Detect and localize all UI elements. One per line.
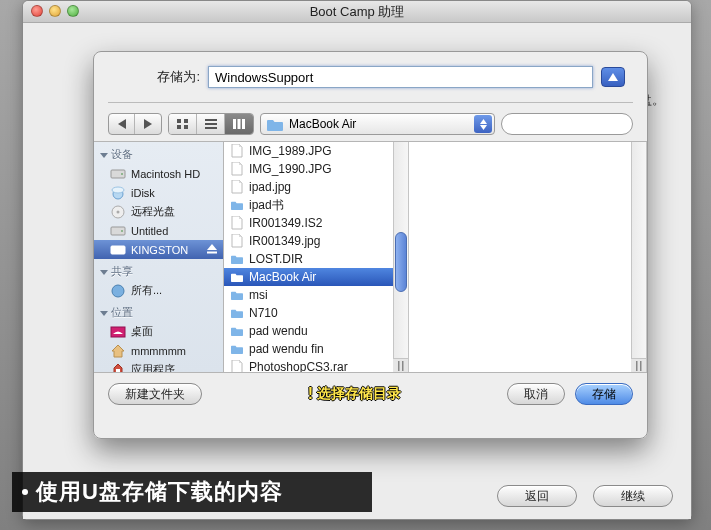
file-row[interactable]: pad wendu fin — [224, 340, 408, 358]
svg-rect-9 — [242, 119, 245, 129]
file-row[interactable]: PhotoshopCS3.rar — [224, 358, 408, 372]
sidebar-item-label: 所有... — [131, 283, 162, 298]
sidebar-item[interactable]: KINGSTON — [94, 240, 223, 259]
file-row[interactable]: IMG_1990.JPG — [224, 160, 408, 178]
browser-column-1: IMG_1989.JPGIMG_1990.JPGipad.jpgipad书IR0… — [224, 142, 409, 372]
column-view-icon — [232, 118, 246, 130]
column-resize-handle[interactable] — [393, 358, 408, 372]
file-row[interactable]: ipad.jpg — [224, 178, 408, 196]
sidebar-item[interactable]: 所有... — [94, 281, 223, 300]
sidebar-item[interactable]: 远程光盘 — [94, 202, 223, 221]
sidebar-item[interactable]: 桌面 — [94, 322, 223, 341]
file-icon — [230, 360, 244, 372]
svg-rect-21 — [207, 251, 217, 253]
sidebar-section-places[interactable]: 位置 — [94, 300, 223, 322]
disclosure-down-icon — [100, 309, 108, 317]
file-icon — [230, 180, 244, 194]
nav-back-button[interactable] — [109, 114, 135, 134]
file-row[interactable]: LOST.DIR — [224, 250, 408, 268]
close-window-button[interactable] — [31, 5, 43, 17]
file-row[interactable]: IR001349.jpg — [224, 232, 408, 250]
file-row-label: IR001349.IS2 — [249, 216, 322, 230]
sidebar-item-label: 桌面 — [131, 324, 153, 339]
disclosure-down-icon — [100, 151, 108, 159]
sidebar-section-devices[interactable]: 设备 — [94, 142, 223, 164]
folder-icon — [230, 198, 244, 212]
sidebar-item[interactable]: mmmmmm — [94, 341, 223, 360]
file-icon — [230, 216, 244, 230]
folder-icon — [230, 252, 244, 266]
svg-rect-8 — [238, 119, 241, 129]
svg-rect-1 — [184, 119, 188, 123]
sidebar-section-shared[interactable]: 共享 — [94, 259, 223, 281]
eject-icon[interactable] — [207, 244, 217, 256]
view-mode-segment — [168, 113, 254, 135]
sidebar-item-label: KINGSTON — [131, 244, 188, 256]
file-row-label: IR001349.jpg — [249, 234, 320, 248]
path-popup[interactable]: MacBook Air — [260, 113, 495, 135]
save-as-input[interactable] — [208, 66, 593, 88]
view-list-button[interactable] — [197, 114, 225, 134]
window-titlebar[interactable]: Boot Camp 助理 — [23, 1, 691, 23]
save-as-label: 存储为: — [140, 68, 200, 86]
file-row-label: IMG_1989.JPG — [249, 144, 332, 158]
sidebar-item[interactable]: iDisk — [94, 183, 223, 202]
list-view-icon — [204, 118, 218, 130]
folder-icon — [230, 342, 244, 356]
search-input[interactable] — [512, 117, 646, 131]
view-icon-button[interactable] — [169, 114, 197, 134]
cancel-button[interactable]: 取消 — [507, 383, 565, 405]
svg-rect-20 — [111, 246, 125, 254]
file-row[interactable]: msi — [224, 286, 408, 304]
file-row[interactable]: N710 — [224, 304, 408, 322]
file-row-label: pad wendu — [249, 324, 308, 338]
new-folder-button[interactable]: 新建文件夹 — [108, 383, 202, 405]
svg-rect-3 — [184, 125, 188, 129]
nav-back-forward — [108, 113, 162, 135]
folder-icon — [230, 270, 244, 284]
file-row[interactable]: IR001349.IS2 — [224, 214, 408, 232]
file-row-label: N710 — [249, 306, 278, 320]
collapse-sheet-button[interactable] — [601, 67, 625, 87]
svg-rect-28 — [640, 361, 642, 371]
svg-rect-4 — [205, 119, 217, 121]
svg-rect-25 — [398, 361, 400, 371]
minimize-window-button[interactable] — [49, 5, 61, 17]
file-row[interactable]: pad wendu — [224, 322, 408, 340]
network-icon — [110, 284, 126, 298]
file-row-label: MacBook Air — [249, 270, 316, 284]
triangle-left-icon — [118, 119, 126, 129]
icon-view-icon — [176, 118, 190, 130]
folder-icon — [230, 324, 244, 338]
svg-point-22 — [112, 285, 124, 297]
desktop-icon — [110, 325, 126, 339]
file-row[interactable]: IMG_1989.JPG — [224, 142, 408, 160]
scrollbar[interactable] — [631, 142, 646, 372]
zoom-window-button[interactable] — [67, 5, 79, 17]
scroll-thumb[interactable] — [395, 232, 407, 292]
save-button[interactable]: 存储 — [575, 383, 633, 405]
file-row[interactable]: MacBook Air — [224, 268, 408, 286]
svg-rect-0 — [177, 119, 181, 123]
column-resize-handle[interactable] — [631, 358, 646, 372]
sidebar-item[interactable]: Macintosh HD — [94, 164, 223, 183]
file-row-label: msi — [249, 288, 268, 302]
svg-point-19 — [121, 230, 123, 232]
svg-point-13 — [121, 173, 123, 175]
sidebar-item-label: iDisk — [131, 187, 155, 199]
svg-rect-27 — [636, 361, 638, 371]
view-columns-button[interactable] — [225, 114, 253, 134]
file-row-label: pad wendu fin — [249, 342, 324, 356]
scrollbar[interactable] — [393, 142, 408, 372]
sidebar-item[interactable]: 应用程序 — [94, 360, 223, 372]
continue-button[interactable]: 继续 — [593, 485, 673, 507]
nav-forward-button[interactable] — [135, 114, 161, 134]
apps-icon — [110, 363, 126, 373]
save-sheet: 存储为: MacBook Air — [93, 51, 648, 439]
sidebar-item[interactable]: Untitled — [94, 221, 223, 240]
back-button[interactable]: 返回 — [497, 485, 577, 507]
file-row[interactable]: ipad书 — [224, 196, 408, 214]
svg-rect-5 — [205, 123, 217, 125]
optical-icon — [110, 205, 126, 219]
bullet-icon — [22, 489, 28, 495]
